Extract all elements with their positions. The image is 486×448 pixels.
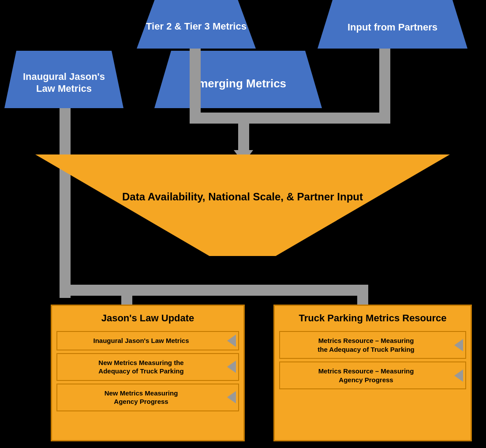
- bottom-right-title: Truck Parking Metrics Resource: [275, 306, 471, 328]
- tier-metrics-label: Tier 2 & Tier 3 Metrics: [146, 21, 247, 32]
- bottom-left-title: Jason's Law Update: [52, 306, 243, 328]
- horiz-connector-right: [238, 285, 368, 296]
- label-resource: Resource: [291, 277, 321, 285]
- list-item: New Metrics Measuring theAdequacy of Tru…: [56, 353, 239, 381]
- inaugural-shape: Inaugural Jason'sLaw Metrics: [4, 51, 123, 108]
- emerging-metrics-label: Emerging Metrics: [190, 77, 286, 90]
- funnel-shape: [35, 154, 450, 256]
- list-item: Metrics Resource – MeasuringAgency Progr…: [279, 361, 466, 389]
- bottom-box-left: Jason's Law Update Inaugural Jason's Law…: [51, 305, 245, 441]
- label-jasons-law-update: Jason's Law Update: [71, 277, 134, 285]
- list-item: New Metrics MeasuringAgency Progress: [56, 384, 239, 411]
- vert-connector-center: [238, 113, 249, 152]
- horiz-connector-bottom: [60, 285, 245, 296]
- horiz-connector-top: [190, 113, 390, 124]
- emerging-metrics-shape: Emerging Metrics: [154, 51, 322, 108]
- input-partners-label: Input from Partners: [348, 22, 437, 33]
- vert-connector-inaugural: [60, 108, 71, 298]
- inaugural-label: Inaugural Jason'sLaw Metrics: [23, 71, 105, 94]
- input-partners-shape: Input from Partners: [318, 0, 467, 49]
- tier-metrics-shape: Tier 2 & Tier 3 Metrics: [137, 0, 256, 49]
- list-item: Inaugural Jason's Law Metrics: [56, 331, 239, 350]
- bottom-box-right: Truck Parking Metrics Resource Metrics R…: [273, 305, 472, 441]
- list-item: Metrics Resource – Measuringthe Adequacy…: [279, 331, 466, 359]
- funnel-text: Data Availability, National Scale, & Par…: [88, 190, 397, 203]
- diagram-container: Tier 2 & Tier 3 Metrics Input from Partn…: [0, 0, 486, 448]
